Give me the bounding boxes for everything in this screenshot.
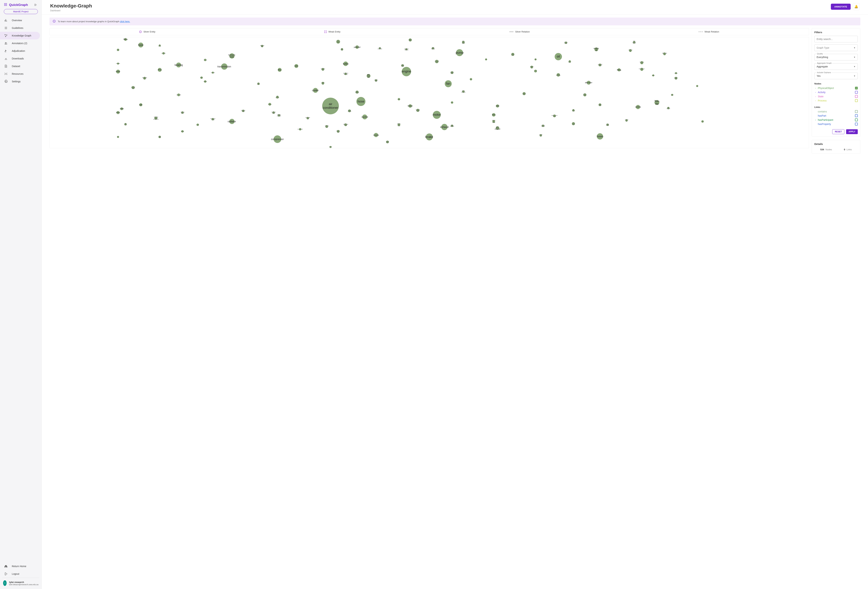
- graph-node[interactable]: centrifugal fan: [143, 77, 146, 80]
- graph-node[interactable]: compressor: [274, 135, 281, 143]
- graph-node[interactable]: hydraulic hoses: [416, 109, 419, 112]
- graph-node[interactable]: pump: [456, 49, 463, 56]
- graph-node[interactable]: hydraulic motor: [229, 53, 235, 59]
- graph-node[interactable]: cal: [696, 85, 698, 87]
- graph-node[interactable]: coolant pump: [451, 71, 453, 74]
- graph-node[interactable]: manifold: [362, 114, 367, 119]
- graph-node[interactable]: trailer: [329, 146, 332, 148]
- graph-node[interactable]: lube hose: [257, 83, 260, 85]
- graph-node[interactable]: bearing: [176, 62, 181, 67]
- reset-button[interactable]: RESET: [832, 129, 844, 134]
- graph-node[interactable]: fan: [445, 80, 452, 87]
- graph-node[interactable]: universal joints: [435, 60, 438, 63]
- graph-node[interactable]: turbo: [343, 62, 348, 66]
- graph-node[interactable]: bird: [117, 136, 119, 138]
- graph-node[interactable]: engine oil hose: [397, 123, 400, 126]
- graph-node[interactable]: propel hub: [540, 134, 542, 136]
- graph-node[interactable]: exhaust: [441, 124, 447, 130]
- nav-knowledge-graph[interactable]: Knowledge Graph: [0, 32, 40, 40]
- graph-node[interactable]: manifold: [117, 62, 119, 65]
- checkbox[interactable]: ✓: [855, 87, 858, 89]
- nav-return-home[interactable]: Return Home: [0, 562, 42, 570]
- graph-node[interactable]: accelerator bearing: [344, 73, 347, 75]
- graph-node[interactable]: rear camera: [667, 107, 670, 109]
- graph-node[interactable]: spiral: [652, 74, 654, 77]
- annotate-button[interactable]: ANNOTATE: [831, 4, 851, 10]
- node-filter-activity[interactable]: ›Activity: [814, 90, 858, 94]
- graph-node[interactable]: propel motor: [386, 141, 389, 144]
- graph-node[interactable]: MG set: [367, 74, 371, 78]
- graph-node[interactable]: motor: [433, 111, 441, 119]
- checkbox[interactable]: [855, 123, 858, 126]
- graph-node[interactable]: blower: [181, 130, 184, 133]
- nav-resources[interactable]: Resources: [0, 70, 42, 78]
- quality-select[interactable]: Quality Everything▼: [814, 54, 858, 61]
- graph-node[interactable]: intake fan: [322, 82, 324, 84]
- checkbox[interactable]: [855, 110, 858, 113]
- graph-node[interactable]: ential: [116, 70, 120, 74]
- graph-node[interactable]: speed controller: [462, 90, 465, 93]
- checkbox[interactable]: [855, 99, 858, 102]
- graph-node[interactable]: ostat: [120, 107, 123, 110]
- nav-logout[interactable]: Logout: [0, 570, 42, 578]
- graph-node[interactable]: nsu: [451, 101, 453, 104]
- checkbox[interactable]: [855, 95, 858, 98]
- graph-node[interactable]: starter motor: [583, 93, 586, 96]
- graph-node[interactable]: hydraulic filter: [261, 45, 263, 47]
- nav-settings[interactable]: Settings: [0, 78, 42, 85]
- graph-node[interactable]: clamps: [269, 103, 271, 106]
- graph-node[interactable]: brake: [426, 133, 433, 141]
- graph-canvas[interactable]: air conditionerhoseengineoilpumpfanmotor…: [49, 37, 809, 148]
- graph-node[interactable]: boom cylinder: [356, 90, 359, 94]
- node-filter-state[interactable]: ›State: [814, 94, 858, 99]
- graph-node[interactable]: rubber mounts: [348, 110, 351, 112]
- graph-node[interactable]: plc model: [572, 109, 574, 111]
- graph-node[interactable]: drag motor: [572, 122, 575, 125]
- graph-node[interactable]: torque converter: [557, 73, 560, 77]
- graph-node[interactable]: jockey pulley: [402, 64, 404, 67]
- nav-guidelines[interactable]: Guidelines: [0, 24, 42, 32]
- nav-adjudication[interactable]: Adjudication: [0, 47, 42, 55]
- graph-node[interactable]: stick: [496, 104, 499, 108]
- brand[interactable]: QuickGraph: [4, 3, 28, 7]
- graph-node[interactable]: synchronous motor: [553, 114, 556, 117]
- graph-node[interactable]: air conditioner: [322, 98, 339, 114]
- node-filter-process[interactable]: ›Process: [814, 99, 858, 103]
- graph-node[interactable]: grease hose: [675, 77, 678, 80]
- graph-node[interactable]: steering hose: [325, 125, 328, 128]
- graph-node[interactable]: revolving frame compressor: [154, 117, 158, 120]
- collapse-sidebar-button[interactable]: [33, 3, 38, 7]
- graph-node[interactable]: differential hose: [344, 123, 347, 126]
- link-filter-hasPart[interactable]: hasPart: [814, 114, 858, 118]
- graph-node[interactable]: compressor: [299, 128, 301, 130]
- graph-node[interactable]: controller: [162, 52, 165, 55]
- graph-node[interactable]: chassis hose: [375, 79, 377, 82]
- graph-node[interactable]: cooling hose: [337, 130, 340, 133]
- graph-node[interactable]: hydraulic oil: [640, 61, 644, 64]
- graph-node[interactable]: bucket: [204, 80, 207, 83]
- graph-node[interactable]: cranes: [675, 72, 677, 74]
- graph-node[interactable]: reverse camera: [542, 124, 544, 127]
- graph-node[interactable]: lube: [294, 64, 298, 68]
- graph-node[interactable]: fan: [534, 58, 537, 61]
- graph-node[interactable]: swing motor: [523, 92, 526, 95]
- nav-downloads[interactable]: Downloads: [0, 55, 42, 62]
- aggregate-select[interactable]: Aggregate Graph Aggregate▼: [814, 63, 858, 70]
- graph-node[interactable]: camera: [636, 105, 640, 109]
- apply-button[interactable]: APPLY: [846, 129, 858, 134]
- graph-node[interactable]: stawling boner: [181, 111, 184, 114]
- graph-node[interactable]: thermostat closed: [212, 118, 214, 120]
- graph-node[interactable]: belt drive: [124, 123, 127, 126]
- graph-node[interactable]: pump drive: [409, 38, 412, 41]
- graph-node[interactable]: steering oil: [629, 49, 632, 52]
- link-filter-hasProperty[interactable]: hasProperty: [814, 122, 858, 126]
- graph-node[interactable]: water: [200, 77, 203, 79]
- graph-node[interactable]: fans: [492, 113, 496, 117]
- graph-node[interactable]: track hubs: [158, 136, 161, 138]
- graph-node[interactable]: machine: [212, 72, 214, 74]
- notifications-button[interactable]: 🔔: [853, 3, 860, 10]
- nav-dataset[interactable]: Dataset: [0, 62, 42, 70]
- graph-node[interactable]: filters: [124, 38, 127, 41]
- graph-node[interactable]: pump: [534, 70, 537, 73]
- graph-node[interactable]: alternator: [587, 81, 590, 84]
